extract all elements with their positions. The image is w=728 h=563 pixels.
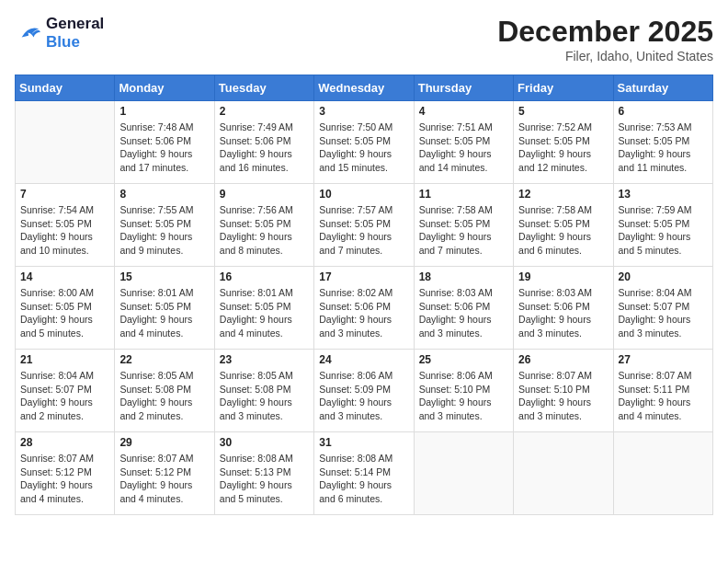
sunrise-text: Sunrise: 7:55 AM: [119, 203, 209, 217]
sunrise-text: Sunrise: 7:51 AM: [419, 121, 508, 134]
week-row-3: 14Sunrise: 8:00 AMSunset: 5:05 PMDayligh…: [16, 267, 713, 350]
calendar-cell: 4Sunrise: 7:51 AMSunset: 5:05 PMDaylight…: [414, 101, 513, 184]
sunrise-text: Sunrise: 8:03 AM: [419, 286, 508, 300]
calendar-cell: 19Sunrise: 8:03 AMSunset: 5:06 PMDayligh…: [514, 267, 613, 350]
sunset-text: Sunset: 5:05 PM: [20, 217, 109, 231]
calendar-cell: 11Sunrise: 7:58 AMSunset: 5:05 PMDayligh…: [414, 184, 513, 267]
sunset-text: Sunset: 5:12 PM: [20, 465, 109, 479]
page-header: General Blue December 2025 Filer, Idaho,…: [15, 15, 713, 63]
daylight-text: Daylight: 9 hours and 17 minutes.: [119, 147, 209, 174]
sunrise-text: Sunrise: 8:02 AM: [319, 286, 408, 300]
day-info: Sunrise: 8:06 AMSunset: 5:10 PMDaylight:…: [419, 369, 508, 423]
day-info: Sunrise: 7:57 AMSunset: 5:05 PMDaylight:…: [319, 203, 408, 258]
week-row-1: 1Sunrise: 7:48 AMSunset: 5:06 PMDaylight…: [16, 101, 713, 184]
daylight-text: Daylight: 9 hours and 7 minutes.: [419, 230, 508, 257]
day-number: 2: [220, 105, 309, 118]
calendar-cell: 30Sunrise: 8:08 AMSunset: 5:13 PMDayligh…: [214, 432, 313, 515]
daylight-text: Daylight: 9 hours and 5 minutes.: [220, 478, 309, 505]
day-info: Sunrise: 8:01 AMSunset: 5:05 PMDaylight:…: [220, 286, 309, 340]
day-number: 19: [518, 270, 608, 283]
daylight-text: Daylight: 9 hours and 12 minutes.: [518, 147, 608, 174]
sunset-text: Sunset: 5:06 PM: [419, 300, 508, 314]
day-info: Sunrise: 8:03 AMSunset: 5:06 PMDaylight:…: [419, 286, 508, 340]
weekday-header-thursday: Thursday: [414, 75, 513, 101]
calendar-cell: 29Sunrise: 8:07 AMSunset: 5:12 PMDayligh…: [115, 432, 214, 515]
sunrise-text: Sunrise: 8:03 AM: [518, 286, 608, 300]
day-number: 23: [220, 353, 309, 366]
day-number: 1: [119, 105, 209, 118]
sunset-text: Sunset: 5:11 PM: [619, 383, 708, 396]
calendar-cell: [613, 432, 712, 515]
sunrise-text: Sunrise: 7:54 AM: [20, 203, 109, 217]
sunrise-text: Sunrise: 7:58 AM: [518, 203, 608, 217]
day-number: 15: [119, 270, 209, 283]
sunrise-text: Sunrise: 7:58 AM: [419, 203, 508, 217]
calendar-cell: 23Sunrise: 8:05 AMSunset: 5:08 PMDayligh…: [214, 350, 313, 432]
calendar-cell: 5Sunrise: 7:52 AMSunset: 5:05 PMDaylight…: [514, 101, 613, 184]
sunrise-text: Sunrise: 7:48 AM: [119, 121, 209, 134]
daylight-text: Daylight: 9 hours and 3 minutes.: [419, 396, 508, 422]
calendar-cell: 10Sunrise: 7:57 AMSunset: 5:05 PMDayligh…: [314, 184, 414, 267]
sunrise-text: Sunrise: 7:56 AM: [220, 203, 309, 217]
daylight-text: Daylight: 9 hours and 5 minutes.: [20, 313, 109, 339]
day-number: 14: [20, 270, 109, 283]
sunrise-text: Sunrise: 8:04 AM: [619, 286, 708, 300]
sunset-text: Sunset: 5:06 PM: [220, 134, 309, 148]
day-number: 31: [319, 436, 408, 449]
day-number: 22: [119, 353, 209, 366]
daylight-text: Daylight: 9 hours and 7 minutes.: [319, 230, 408, 257]
calendar-cell: 14Sunrise: 8:00 AMSunset: 5:05 PMDayligh…: [16, 267, 115, 350]
day-info: Sunrise: 7:58 AMSunset: 5:05 PMDaylight:…: [419, 203, 508, 258]
daylight-text: Daylight: 9 hours and 4 minutes.: [119, 478, 209, 505]
week-row-2: 7Sunrise: 7:54 AMSunset: 5:05 PMDaylight…: [16, 184, 713, 267]
daylight-text: Daylight: 9 hours and 3 minutes.: [220, 396, 309, 422]
day-number: 12: [518, 188, 608, 201]
daylight-text: Daylight: 9 hours and 15 minutes.: [319, 147, 408, 174]
sunset-text: Sunset: 5:08 PM: [119, 383, 209, 396]
sunset-text: Sunset: 5:05 PM: [419, 217, 508, 231]
day-info: Sunrise: 7:51 AMSunset: 5:05 PMDaylight:…: [419, 121, 508, 175]
daylight-text: Daylight: 9 hours and 4 minutes.: [20, 478, 109, 505]
day-number: 18: [419, 270, 508, 283]
day-info: Sunrise: 7:58 AMSunset: 5:05 PMDaylight:…: [518, 203, 608, 258]
week-row-5: 28Sunrise: 8:07 AMSunset: 5:12 PMDayligh…: [16, 432, 713, 515]
day-info: Sunrise: 8:03 AMSunset: 5:06 PMDaylight:…: [518, 286, 608, 340]
title-block: December 2025 Filer, Idaho, United State…: [497, 15, 713, 63]
month-title: December 2025: [497, 15, 713, 49]
day-info: Sunrise: 7:55 AMSunset: 5:05 PMDaylight:…: [119, 203, 209, 258]
daylight-text: Daylight: 9 hours and 3 minutes.: [619, 313, 708, 339]
calendar-cell: 24Sunrise: 8:06 AMSunset: 5:09 PMDayligh…: [314, 350, 414, 432]
day-number: 20: [619, 270, 708, 283]
calendar-cell: 15Sunrise: 8:01 AMSunset: 5:05 PMDayligh…: [115, 267, 214, 350]
calendar-cell: 9Sunrise: 7:56 AMSunset: 5:05 PMDaylight…: [214, 184, 313, 267]
day-number: 4: [419, 105, 508, 118]
calendar-cell: 18Sunrise: 8:03 AMSunset: 5:06 PMDayligh…: [414, 267, 513, 350]
sunrise-text: Sunrise: 7:53 AM: [619, 121, 708, 134]
day-info: Sunrise: 8:07 AMSunset: 5:12 PMDaylight:…: [119, 452, 209, 506]
sunrise-text: Sunrise: 8:04 AM: [20, 369, 109, 383]
day-info: Sunrise: 7:59 AMSunset: 5:05 PMDaylight:…: [619, 203, 708, 258]
calendar-cell: 16Sunrise: 8:01 AMSunset: 5:05 PMDayligh…: [214, 267, 313, 350]
day-number: 6: [619, 105, 708, 118]
sunset-text: Sunset: 5:10 PM: [518, 383, 608, 396]
day-number: 3: [319, 105, 408, 118]
weekday-header-monday: Monday: [115, 75, 214, 101]
sunrise-text: Sunrise: 8:05 AM: [119, 369, 209, 383]
sunset-text: Sunset: 5:13 PM: [220, 465, 309, 479]
day-info: Sunrise: 8:07 AMSunset: 5:12 PMDaylight:…: [20, 452, 109, 506]
day-info: Sunrise: 7:52 AMSunset: 5:05 PMDaylight:…: [518, 121, 608, 175]
daylight-text: Daylight: 9 hours and 3 minutes.: [419, 313, 508, 339]
sunrise-text: Sunrise: 8:07 AM: [20, 452, 109, 465]
sunrise-text: Sunrise: 7:52 AM: [518, 121, 608, 134]
calendar-cell: 25Sunrise: 8:06 AMSunset: 5:10 PMDayligh…: [414, 350, 513, 432]
sunset-text: Sunset: 5:05 PM: [119, 300, 209, 314]
daylight-text: Daylight: 9 hours and 10 minutes.: [20, 230, 109, 257]
sunrise-text: Sunrise: 8:08 AM: [220, 452, 309, 465]
daylight-text: Daylight: 9 hours and 16 minutes.: [220, 147, 309, 174]
sunset-text: Sunset: 5:05 PM: [220, 217, 309, 231]
calendar-cell: [514, 432, 613, 515]
weekday-header-saturday: Saturday: [613, 75, 712, 101]
sunset-text: Sunset: 5:05 PM: [20, 300, 109, 314]
sunrise-text: Sunrise: 8:05 AM: [220, 369, 309, 383]
sunrise-text: Sunrise: 8:00 AM: [20, 286, 109, 300]
